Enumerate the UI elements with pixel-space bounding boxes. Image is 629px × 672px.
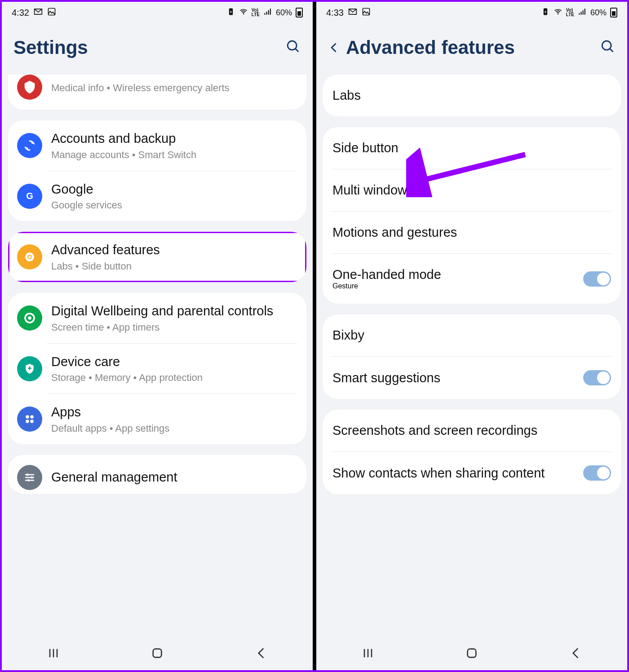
list-item-title: Google bbox=[51, 181, 297, 198]
list-item-google[interactable]: G Google Google services bbox=[8, 171, 306, 221]
list-item-title: Apps bbox=[51, 404, 297, 421]
home-button[interactable] bbox=[150, 646, 164, 662]
list-item[interactable]: Medical info • Wireless emergency alerts bbox=[8, 75, 306, 110]
svg-point-20 bbox=[602, 41, 611, 50]
battery-saver-icon bbox=[541, 7, 550, 18]
svg-point-2 bbox=[243, 13, 244, 14]
card-screenshots: Screenshots and screen recordings Show c… bbox=[323, 410, 621, 494]
volte-icon: Vo)LTE bbox=[252, 8, 260, 17]
volte-icon: Vo)LTE bbox=[566, 8, 574, 17]
phone-settings: 4:32 Vo)LTE 60% Settings bbox=[2, 2, 313, 670]
nav-bar bbox=[2, 638, 313, 670]
device-care-icon bbox=[17, 356, 42, 381]
card-general: General management bbox=[8, 455, 306, 494]
signal-icon bbox=[263, 7, 272, 18]
list-item-motions[interactable]: Motions and gestures bbox=[323, 212, 621, 253]
svg-point-15 bbox=[27, 479, 30, 482]
wifi-icon bbox=[239, 7, 248, 18]
list-item-title: Advanced features bbox=[51, 242, 297, 259]
list-item-contacts-sharing[interactable]: Show contacts when sharing content bbox=[323, 452, 621, 494]
svg-point-10 bbox=[30, 416, 34, 419]
google-icon: G bbox=[17, 184, 42, 209]
sync-icon bbox=[17, 133, 42, 158]
back-button[interactable] bbox=[328, 41, 346, 54]
svg-point-14 bbox=[31, 477, 33, 479]
settings-list: Medical info • Wireless emergency alerts… bbox=[2, 75, 313, 638]
card-labs: Labs bbox=[323, 75, 621, 116]
gmail-icon bbox=[34, 7, 43, 18]
list-item-title: Device care bbox=[51, 354, 297, 371]
screenshot-divider bbox=[313, 2, 316, 670]
nav-bar bbox=[316, 638, 627, 670]
list-item-sub: Labs • Side button bbox=[51, 261, 297, 272]
list-item-wellbeing[interactable]: Digital Wellbeing and parental controls … bbox=[8, 293, 306, 343]
toggle-smart-suggestions[interactable] bbox=[583, 370, 611, 385]
home-button[interactable] bbox=[465, 646, 479, 662]
apps-icon bbox=[17, 407, 42, 432]
svg-point-11 bbox=[26, 420, 29, 424]
gmail-icon bbox=[348, 7, 357, 18]
wifi-icon bbox=[554, 7, 563, 18]
list-item-sub: Google services bbox=[51, 199, 297, 211]
card-accounts: Accounts and backup Manage accounts • Sm… bbox=[8, 120, 306, 221]
list-item-title: Accounts and backup bbox=[51, 130, 297, 147]
wellbeing-icon bbox=[17, 305, 42, 331]
status-bar: 4:32 Vo)LTE 60% bbox=[2, 2, 313, 23]
svg-point-13 bbox=[27, 473, 29, 476]
page-title: Settings bbox=[13, 37, 88, 58]
back-button[interactable] bbox=[254, 646, 268, 662]
list-item-advanced-features[interactable]: Advanced features Labs • Side button bbox=[8, 232, 306, 282]
gear-plus-icon bbox=[17, 244, 42, 270]
card-bixby: Bixby Smart suggestions bbox=[323, 314, 621, 399]
svg-point-9 bbox=[26, 416, 29, 419]
list-item-general[interactable]: General management bbox=[8, 455, 306, 494]
signal-icon bbox=[578, 7, 587, 18]
list-item-sub: Default apps • App settings bbox=[51, 423, 297, 434]
recents-button[interactable] bbox=[46, 646, 61, 662]
list-item-apps[interactable]: Apps Default apps • App settings bbox=[8, 394, 306, 444]
list-item-one-handed[interactable]: One-handed mode Gesture bbox=[323, 254, 621, 304]
search-button[interactable] bbox=[286, 39, 301, 56]
list-item-labs[interactable]: Labs bbox=[323, 75, 621, 116]
status-bar: 4:33 Vo)LTE 60% bbox=[316, 2, 627, 23]
page-header: Advanced features bbox=[316, 23, 627, 75]
svg-rect-16 bbox=[153, 649, 162, 658]
svg-rect-21 bbox=[468, 649, 476, 658]
list-item-sub: Screen time • App timers bbox=[51, 322, 297, 333]
page-title: Advanced features bbox=[346, 37, 515, 58]
list-item-multi-window[interactable]: Multi window bbox=[323, 169, 621, 211]
list-item-side-button[interactable]: Side button bbox=[323, 127, 621, 169]
search-button[interactable] bbox=[600, 39, 616, 56]
svg-text:G: G bbox=[26, 191, 33, 201]
list-item-screenshots[interactable]: Screenshots and screen recordings bbox=[323, 410, 621, 451]
list-item-smart-suggestions[interactable]: Smart suggestions bbox=[323, 357, 621, 399]
battery-percent: 60% bbox=[590, 8, 607, 18]
toggle-contacts-sharing[interactable] bbox=[583, 465, 611, 481]
card-interaction: Side button Multi window Motions and ges… bbox=[323, 127, 621, 304]
safety-icon bbox=[17, 75, 42, 100]
card-advanced: Advanced features Labs • Side button bbox=[8, 232, 306, 282]
list-item-device-care[interactable]: Device care Storage • Memory • App prote… bbox=[8, 344, 306, 394]
phone-advanced-features: 4:33 Vo)LTE 60% Advanced features bbox=[316, 2, 627, 670]
status-time: 4:33 bbox=[326, 8, 344, 18]
advanced-features-list: Labs Side button Multi window Motions an… bbox=[316, 75, 627, 638]
status-time: 4:32 bbox=[12, 8, 29, 18]
list-item-bixby[interactable]: Bixby bbox=[323, 314, 621, 356]
battery-percent: 60% bbox=[276, 8, 292, 18]
page-header: Settings bbox=[2, 23, 313, 75]
svg-point-3 bbox=[288, 41, 297, 50]
list-item-accounts[interactable]: Accounts and backup Manage accounts • Sm… bbox=[8, 120, 306, 171]
list-item-sub: Medical info • Wireless emergency alerts bbox=[51, 82, 297, 94]
image-icon bbox=[362, 7, 371, 18]
list-item-sub: Storage • Memory • App protection bbox=[51, 372, 297, 384]
svg-point-12 bbox=[30, 420, 34, 424]
recents-button[interactable] bbox=[361, 646, 375, 662]
sliders-icon bbox=[17, 465, 42, 490]
battery-icon bbox=[610, 8, 617, 18]
card-safety: Medical info • Wireless emergency alerts bbox=[8, 75, 306, 110]
svg-point-8 bbox=[28, 316, 31, 320]
back-button[interactable] bbox=[568, 646, 583, 662]
list-item-title: Digital Wellbeing and parental controls bbox=[51, 303, 297, 320]
image-icon bbox=[47, 7, 56, 18]
toggle-one-handed[interactable] bbox=[583, 271, 611, 287]
